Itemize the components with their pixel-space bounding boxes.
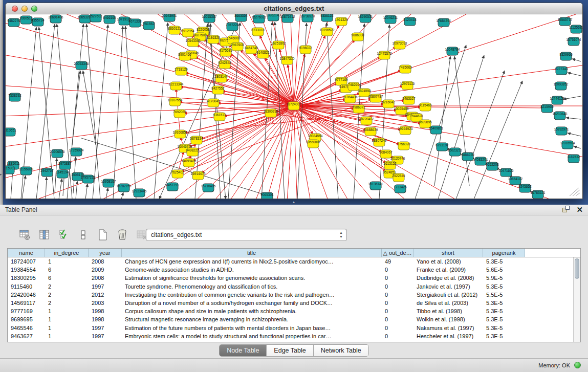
black-edge[interactable] [568, 73, 581, 76]
table-row[interactable]: 946554611997Estimation of the future num… [8, 324, 580, 332]
left-splitter-handle[interactable]: ▸ [0, 172, 3, 177]
column-header-pagerank[interactable]: pagerank [483, 249, 525, 257]
table-cell[interactable]: Genome-wide association studies in ADHD. [122, 266, 382, 274]
red-edge[interactable] [6, 65, 294, 106]
black-edge[interactable] [434, 56, 450, 186]
graph-node[interactable]: 16136141 [368, 182, 383, 190]
black-edge[interactable] [572, 59, 581, 61]
table-row[interactable]: 1456911722003Disruption of a novel membe… [8, 299, 580, 307]
table-cell[interactable]: 9465546 [8, 324, 45, 332]
black-edge[interactable] [72, 71, 80, 145]
table-cell[interactable]: 5.3E-5 [483, 257, 525, 266]
black-edge[interactable] [86, 24, 100, 199]
table-scrollbar[interactable] [573, 257, 580, 342]
graph-node[interactable]: 7986372 [352, 105, 365, 113]
graph-node[interactable]: 15716485 [201, 184, 216, 192]
table-cell[interactable]: 0 [382, 299, 413, 307]
graph-node[interactable]: 18807249 [372, 138, 387, 146]
graph-node[interactable]: 10688639 [363, 127, 378, 136]
graph-node[interactable]: 10543392 [186, 38, 201, 47]
graph-node[interactable]: 1961324 [335, 17, 348, 26]
graph-node[interactable]: 5878334 [190, 136, 203, 144]
delete-column-icon[interactable] [116, 228, 129, 242]
graph-node[interactable]: 9065301 [260, 192, 274, 199]
black-edge[interactable] [566, 118, 581, 119]
close-panel-icon[interactable]: ✕ [576, 206, 583, 213]
graph-node[interactable]: 16738920 [300, 14, 315, 22]
graph-node[interactable]: 2942757 [40, 168, 54, 177]
table-cell[interactable]: 2012 [89, 291, 122, 299]
black-edge[interactable] [59, 179, 62, 199]
table-cell[interactable]: 5.3E-5 [483, 332, 525, 340]
table-cell[interactable]: Hescheler et al. (1997) [413, 332, 483, 340]
table-select-dropdown[interactable]: citations_edges.txt ▲▼ [146, 229, 347, 241]
table-cell[interactable]: Estimation of the future numbers of pati… [122, 324, 382, 332]
table-cell[interactable]: Tibbo et al. (1998) [413, 307, 483, 315]
red-edge[interactable] [294, 14, 582, 106]
graph-node[interactable]: 19565717 [558, 17, 573, 26]
left-splitter[interactable]: ▸ [0, 0, 3, 205]
graph-node[interactable]: 8860123 [168, 26, 181, 34]
table-cell[interactable]: Stergiakouli et al. (2012) [413, 291, 483, 299]
graph-node[interactable]: 9356122 [320, 14, 334, 21]
red-edge[interactable] [6, 106, 294, 199]
table-cell[interactable]: 0 [382, 315, 413, 323]
table-cell[interactable]: 5.3E-5 [483, 282, 525, 291]
float-panel-icon[interactable] [562, 206, 570, 213]
graph-node[interactable]: 19654923 [398, 126, 413, 135]
table-cell[interactable]: 14569117 [8, 299, 45, 307]
table-cell[interactable]: Structural magnetic resonance image aver… [122, 315, 382, 323]
red-edge[interactable] [6, 106, 294, 199]
graph-node[interactable]: 11125683 [569, 25, 582, 33]
table-cell[interactable]: 2 [45, 299, 89, 307]
graph-node[interactable]: 9227343 [555, 67, 568, 75]
network-view-window[interactable]: citations_edges.txt 18724007886012389129… [5, 3, 583, 199]
citation-network-graph[interactable]: 1872400788601238912954822605898275098186… [6, 14, 582, 199]
graph-node[interactable]: 9146821 [256, 50, 270, 58]
graph-node[interactable]: 17359924 [69, 148, 84, 156]
black-edge[interactable] [76, 181, 77, 199]
table-cell[interactable]: Changes of HCN gene expression and I(f) … [122, 257, 382, 266]
graph-node[interactable]: 2060513 [19, 16, 33, 24]
graph-node[interactable]: 8912954 [181, 29, 194, 37]
table-cell[interactable]: 9699695 [8, 315, 45, 323]
graph-node[interactable]: 17016504 [560, 141, 575, 149]
table-cell[interactable]: Tourette syndrome. Phenomenology and cla… [122, 282, 382, 291]
graph-node[interactable]: 16210643 [553, 112, 568, 120]
red-edge[interactable] [6, 106, 294, 199]
table-cell[interactable]: 2008 [89, 257, 122, 266]
graph-node[interactable]: 20691406 [49, 15, 63, 23]
graph-node[interactable]: 751552 [143, 21, 155, 30]
column-header-short[interactable]: short [413, 249, 483, 257]
graph-node[interactable]: 10560802 [306, 140, 321, 148]
red-edge[interactable] [294, 106, 582, 199]
table-cell[interactable]: 1 [45, 324, 89, 332]
table-cell[interactable]: Embryonic stem cells: a model to study s… [122, 332, 382, 340]
graph-node[interactable]: 8663354 [234, 14, 248, 21]
red-edge[interactable] [294, 14, 582, 106]
graph-node[interactable]: 1733426 [394, 185, 407, 193]
table-cell[interactable]: 5.9E-5 [483, 274, 525, 282]
black-edge[interactable] [55, 158, 57, 193]
graph-node[interactable]: 10196522 [320, 28, 335, 36]
table-cell[interactable]: 0 [382, 307, 413, 315]
graph-node[interactable]: 9329966 [559, 52, 573, 60]
table-cell[interactable]: 22420046 [8, 291, 45, 299]
table-row[interactable]: 2242004622012Investigating the contribut… [8, 291, 580, 299]
graph-node[interactable]: 18300295 [264, 109, 278, 117]
table-cell[interactable]: 5.3E-5 [483, 324, 525, 332]
resize-grip-icon[interactable] [568, 187, 581, 197]
graph-node[interactable]: 8216042 [382, 100, 395, 108]
graph-node[interactable]: 12444158 [550, 96, 565, 104]
black-edge[interactable] [574, 146, 581, 148]
tab-edge-table[interactable]: Edge Table [267, 345, 313, 356]
graph-node[interactable]: 7538292 [8, 93, 21, 101]
table-cell[interactable]: 6 [45, 266, 89, 274]
graph-node[interactable]: 7957224 [226, 23, 239, 31]
column-header-title[interactable]: title [122, 249, 382, 257]
table-cell[interactable]: 49 [382, 257, 413, 266]
table-cell[interactable]: 2 [45, 291, 89, 299]
show-columns-icon[interactable] [38, 228, 51, 242]
table-cell[interactable]: Yano et al. (2008) [413, 257, 483, 266]
graph-node[interactable]: 15751074 [567, 37, 581, 46]
